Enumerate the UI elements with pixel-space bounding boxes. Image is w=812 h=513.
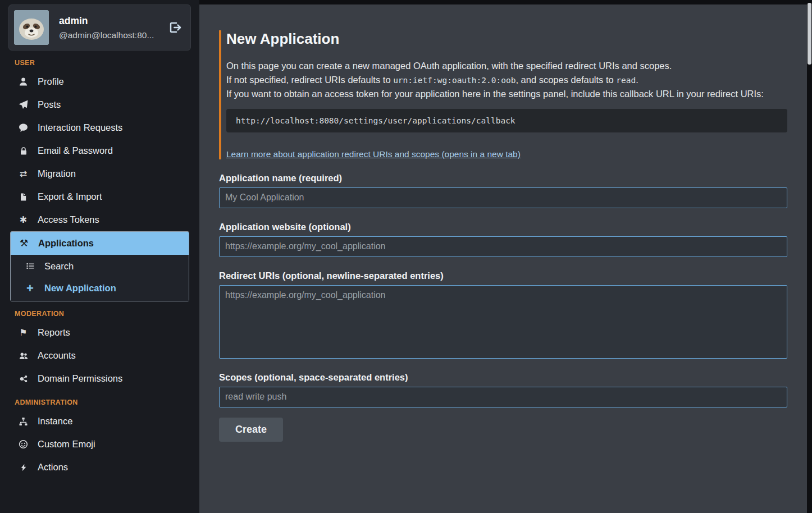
sidebar-section-user: USER Profile Posts Interaction Requests … [8,59,191,301]
file-export-icon [17,193,29,201]
sidebar-item-label: Email & Password [38,145,113,156]
callback-url-codeblock: http://localhost:8080/settings/user/appl… [226,109,787,132]
bolt-icon [17,463,29,472]
sidebar-item-label: Custom Emoji [38,439,95,450]
scopes-label: Scopes (optional, space-separated entrie… [219,372,787,383]
network-icon [17,374,29,383]
certificate-icon: ✱ [17,216,29,225]
sidebar-item-label: Accounts [38,350,76,361]
exchange-arrows-icon: ⇄ [17,170,29,178]
redirect-uris-textarea[interactable] [219,285,787,359]
sidebar-item-label: Interaction Requests [38,122,122,133]
redirect-uris-label: Redirect URIs (optional, newline-separat… [219,271,787,281]
user-info: admin @admin@localhost:80... [59,15,154,40]
intro-line-2: If not specified, redirect URIs defaults… [226,73,787,88]
sidebar-item-posts[interactable]: Posts [10,93,189,116]
user-handle: @admin@localhost:80... [59,30,154,40]
settings-sidebar: admin @admin@localhost:80... USER Profil… [0,0,199,513]
application-website-input[interactable] [219,236,787,257]
sloth-avatar-graphic [14,10,49,45]
application-name-input[interactable] [219,187,787,208]
intro-line-2-mid: , and scopes defaults to [516,75,616,85]
flag-icon: ⚑ [17,328,29,337]
sidebar-item-label: Access Tokens [38,214,99,225]
sidebar-item-migration[interactable]: ⇄ Migration [10,162,189,185]
intro-line-2-post: . [636,75,638,85]
sidebar-item-applications[interactable]: ⚒ Applications [11,232,189,255]
scrollbar-track[interactable] [807,0,812,513]
paper-plane-icon [17,100,29,109]
intro-line-1: On this page you can create a new manage… [226,59,787,73]
user-avatar [14,10,49,45]
sidebar-item-label: Instance [38,416,72,427]
sidebar-item-label: Domain Permissions [38,373,122,384]
user-icon [17,77,29,86]
sidebar-item-domain-permissions[interactable]: Domain Permissions [10,367,189,390]
sidebar-item-label: Search [44,261,74,272]
sitemap-icon [17,417,29,426]
inline-code-read: read [616,76,636,85]
intro-section: New Application On this page you can cre… [219,30,787,159]
scrollbar-thumb[interactable] [808,3,811,65]
logout-icon[interactable] [169,21,184,34]
lock-icon [17,146,29,155]
list-icon [24,262,36,271]
application-website-label: Application website (optional) [219,222,787,232]
sidebar-item-reports[interactable]: ⚑ Reports [10,321,189,344]
applications-group: ⚒ Applications Search + New Application [10,231,189,301]
main-content: New Application On this page you can cre… [199,4,807,513]
plus-icon: + [24,282,36,295]
user-card: admin @admin@localhost:80... [8,4,191,51]
sidebar-item-label: Applications [38,238,94,249]
section-header-moderation: MODERATION [15,310,191,318]
tools-icon: ⚒ [18,239,30,248]
comment-icon [17,123,29,132]
inline-code-oob: urn:ietf:wg:oauth:2.0:oob [393,76,516,85]
sidebar-item-label: Posts [38,99,61,110]
sidebar-item-email-password[interactable]: Email & Password [10,139,189,162]
smiley-icon [17,439,29,449]
sidebar-item-new-application[interactable]: + New Application [11,277,189,300]
intro-line-3: If you want to obtain an access token fo… [226,87,787,101]
sidebar-item-label: Actions [38,462,68,473]
users-icon [17,351,29,360]
sidebar-item-accounts[interactable]: Accounts [10,344,189,367]
sidebar-item-actions[interactable]: Actions [10,456,189,479]
sidebar-item-instance[interactable]: Instance [10,410,189,433]
scopes-input[interactable] [219,387,787,407]
new-application-form: Application name (required) Application … [219,173,787,442]
intro-line-2-pre: If not specified, redirect URIs defaults… [226,75,393,85]
sidebar-item-applications-search[interactable]: Search [11,255,189,277]
sidebar-item-export-import[interactable]: Export & Import [10,185,189,208]
learn-more-link[interactable]: Learn more about application redirect UR… [226,149,521,159]
application-name-label: Application name (required) [219,173,787,184]
sidebar-section-moderation: MODERATION ⚑ Reports Accounts Domain Per… [8,310,191,390]
applications-submenu: Search + New Application [11,255,189,301]
sidebar-item-label: New Application [44,283,116,294]
section-header-user: USER [15,59,191,67]
sidebar-item-label: Reports [38,327,70,338]
sidebar-item-label: Export & Import [38,191,102,202]
sidebar-item-label: Migration [38,168,76,179]
sidebar-section-administration: ADMINISTRATION Instance Custom Emoji Act… [8,399,191,479]
callback-url: http://localhost:8080/settings/user/appl… [236,116,516,125]
sidebar-item-profile[interactable]: Profile [10,70,189,93]
sidebar-item-interaction-requests[interactable]: Interaction Requests [10,116,189,139]
sidebar-item-label: Profile [38,76,64,87]
create-button[interactable]: Create [219,418,283,442]
page-title: New Application [226,30,787,48]
user-name: admin [59,15,154,27]
section-header-administration: ADMINISTRATION [15,399,191,406]
sidebar-item-access-tokens[interactable]: ✱ Access Tokens [10,208,189,231]
sidebar-item-custom-emoji[interactable]: Custom Emoji [10,433,189,456]
